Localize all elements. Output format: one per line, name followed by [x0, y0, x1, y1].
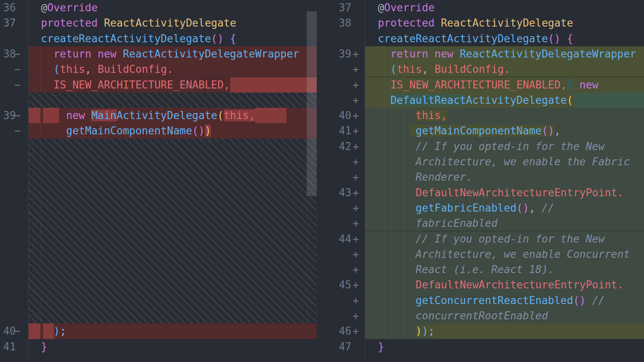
code-text: () [516, 202, 529, 214]
code-text: new [98, 48, 117, 60]
right-pane-new-code: 37 @Override38 protected ReactActivityDe… [317, 0, 644, 362]
code-row: fabricEnabled [372, 216, 497, 231]
code-text [98, 17, 104, 29]
scrollbar-track-line [307, 196, 307, 324]
code-text: , [554, 125, 561, 137]
code-text: getMainComponentName [416, 125, 542, 137]
split-diff-view: 36 @Override37 protected ReactActivityDe… [0, 0, 644, 362]
code-text [372, 125, 409, 137]
code-text: ( [54, 63, 60, 75]
diff-marker: − [14, 108, 24, 123]
code-text: IS_NEW_ARCHITECTURE_ENABLED, [54, 79, 230, 91]
code-row: } [372, 339, 384, 354]
diff-marker: + [353, 200, 362, 216]
diff-marker: − [14, 323, 24, 339]
code-text [372, 156, 416, 168]
code-row: protected ReactActivityDelegate [35, 15, 236, 31]
code-text [454, 48, 460, 60]
code-text: () [573, 294, 586, 306]
code-text: getFabricEnabled [416, 202, 516, 214]
diff-marker: + [353, 323, 362, 339]
code-row: DefaultNewArchitectureEntryPoint. [372, 277, 623, 292]
code-text [372, 263, 416, 276]
diff-marker: + [353, 247, 362, 262]
code-text: , [422, 63, 434, 75]
code-text: this, [416, 109, 447, 121]
code-text: // [535, 202, 554, 214]
code-text [372, 33, 378, 45]
code-text: createReactActivityDelegate [378, 33, 548, 45]
code-text [372, 94, 390, 106]
code-row: getMainComponentName(), [372, 123, 561, 138]
code-text: Override [47, 2, 97, 14]
code-text: () { [211, 33, 236, 45]
diff-marker: + [353, 77, 362, 93]
diff-marker: − [14, 77, 24, 93]
code-text: BuildConfig. [435, 63, 510, 75]
code-row: return new ReactActivityDelegateWrapper [35, 46, 299, 62]
code-text: DefaultReact [390, 94, 466, 106]
code-text: () [192, 125, 204, 137]
code-text [85, 109, 91, 121]
code-row: DefaultNewArchitectureEntryPoint. [372, 185, 623, 200]
code-text: ) [416, 325, 422, 337]
code-text [372, 79, 390, 91]
code-text [35, 33, 41, 45]
code-text [91, 48, 98, 60]
diff-word-highlight [255, 108, 287, 123]
code-text [372, 279, 416, 291]
diff-marker: + [353, 216, 362, 231]
line-number: 43 [326, 185, 351, 200]
diff-word-highlight [230, 77, 317, 93]
code-text: getConcurrentReactEnabled [416, 294, 573, 306]
code-text: return [390, 48, 428, 60]
scrollbar-thumb[interactable] [307, 11, 317, 196]
code-row: getConcurrentReactEnabled() // [372, 293, 605, 308]
code-text [372, 202, 416, 214]
code-text [35, 79, 54, 91]
code-row: this, [372, 108, 447, 123]
code-text: IS_NEW_ARCHITECTURE_ENABLED, [390, 79, 567, 91]
code-text: ( [217, 109, 224, 121]
code-text: Architecture, we enable Concurrent [416, 248, 630, 260]
code-row: (this, BuildConfig. [372, 62, 510, 77]
code-text: () [542, 125, 554, 137]
code-text: ReactActivityDelegateWrapper [123, 48, 299, 60]
code-text [35, 63, 54, 75]
diff-marker: + [353, 308, 362, 323]
code-text: new [435, 48, 454, 60]
code-text: Override [384, 2, 434, 14]
code-text: ActivityDelegate [466, 94, 567, 106]
code-text [372, 341, 378, 353]
code-row: new MainActivityDelegate(this, [35, 108, 255, 123]
code-text: DefaultNewArchitectureEntryPoint. [416, 279, 624, 291]
diff-marker: + [353, 231, 362, 247]
code-row: Renderer. [372, 169, 472, 185]
code-text: React (i.e. React 18). [416, 263, 554, 276]
collapsed-region-hatch [29, 93, 317, 108]
code-row: (this, BuildConfig. [35, 62, 173, 77]
code-text [372, 48, 390, 60]
code-row: // If you opted-in for the New [372, 231, 605, 247]
diff-marker: − [14, 123, 24, 138]
code-text: ; [428, 325, 435, 337]
line-number: 40 [326, 108, 351, 123]
diff-marker: + [353, 62, 362, 77]
code-text: concurrentRootEnabled [416, 310, 548, 322]
code-text: ActivityDelegate [117, 109, 217, 121]
code-text: ) [205, 125, 211, 137]
code-text: ) [54, 325, 60, 337]
code-text: this [397, 63, 422, 75]
code-text: BuildConfig. [98, 63, 173, 75]
code-text: createReactActivityDelegate [41, 33, 211, 45]
code-text: ( [390, 63, 397, 75]
code-row: IS_NEW_ARCHITECTURE_ENABLED, [35, 77, 230, 93]
indent-guide [34, 46, 34, 339]
code-text [35, 17, 41, 29]
code-text [372, 248, 416, 260]
code-row: DefaultReactActivityDelegate( [372, 93, 573, 108]
code-row: // If you opted-in for the New [372, 139, 605, 154]
code-text [372, 17, 378, 29]
line-number: 47 [326, 339, 351, 354]
code-text: fabricEnabled [416, 217, 498, 229]
